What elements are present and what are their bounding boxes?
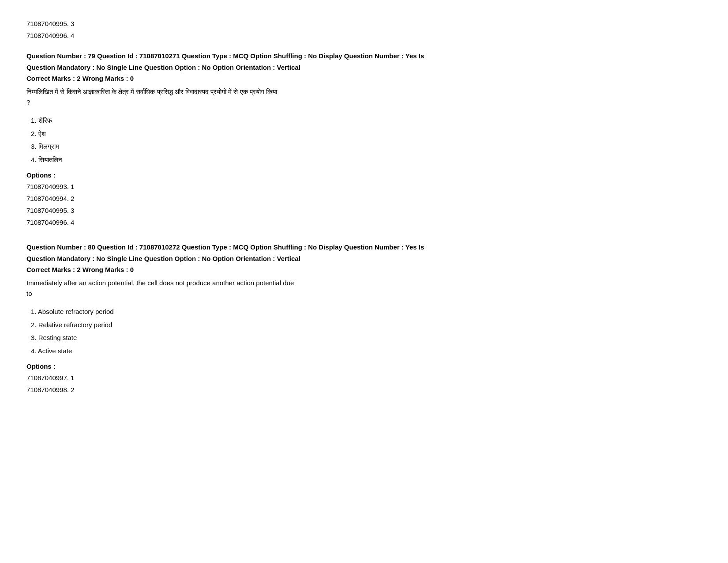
q79-answers: 1. शेरिफ 2. ऐश 3. मिलग्राम 4. सियातलिन bbox=[26, 115, 702, 165]
q80-text-line2: to bbox=[26, 288, 702, 299]
q79-question-text: निम्मलिखित में से किसने आज्ञाकारिता के क… bbox=[26, 87, 702, 108]
q80-options-label: Options : bbox=[26, 363, 702, 370]
q79-answer1: 1. शेरिफ bbox=[31, 115, 702, 126]
q80-answer1: 1. Absolute refractory period bbox=[31, 306, 702, 317]
q80-meta: Question Number : 80 Question Id : 71087… bbox=[26, 242, 702, 264]
q80-meta-line1: Question Number : 80 Question Id : 71087… bbox=[26, 242, 702, 253]
q79-marks: Correct Marks : 2 Wrong Marks : 0 bbox=[26, 75, 702, 82]
q79-opt4: 71087040996. 4 bbox=[26, 216, 702, 228]
q80-opt1: 71087040997. 1 bbox=[26, 372, 702, 384]
q80-answer3: 3. Resting state bbox=[31, 332, 702, 344]
q79-answer3: 3. मिलग्राम bbox=[31, 141, 702, 152]
q79-answer4: 4. सियातलिन bbox=[31, 154, 702, 166]
question-79-block: Question Number : 79 Question Id : 71087… bbox=[26, 50, 702, 228]
q79-meta-line2: Question Mandatory : No Single Line Ques… bbox=[26, 62, 702, 73]
q80-options-list: 71087040997. 1 71087040998. 2 bbox=[26, 372, 702, 396]
q79-text-line1: निम्मलिखित में से किसने आज्ञाकारिता के क… bbox=[26, 87, 702, 97]
q80-question-text: Immediately after an action potential, t… bbox=[26, 278, 702, 299]
q80-answer2: 2. Relative refractory period bbox=[31, 319, 702, 331]
q79-options-list: 71087040993. 1 71087040994. 2 7108704099… bbox=[26, 181, 702, 228]
q79-opt1: 71087040993. 1 bbox=[26, 181, 702, 193]
prev-opt4: 71087040996. 4 bbox=[26, 30, 702, 42]
q80-opt2: 71087040998. 2 bbox=[26, 384, 702, 396]
q80-text-line1: Immediately after an action potential, t… bbox=[26, 278, 702, 288]
q79-opt3: 71087040995. 3 bbox=[26, 204, 702, 216]
q80-meta-line2: Question Mandatory : No Single Line Ques… bbox=[26, 253, 702, 264]
q79-options-label: Options : bbox=[26, 171, 702, 179]
prev-question-options: 71087040995. 3 71087040996. 4 bbox=[26, 18, 702, 42]
q80-marks: Correct Marks : 2 Wrong Marks : 0 bbox=[26, 266, 702, 273]
q80-answers: 1. Absolute refractory period 2. Relativ… bbox=[26, 306, 702, 356]
q79-meta: Question Number : 79 Question Id : 71087… bbox=[26, 50, 702, 73]
q79-meta-line1: Question Number : 79 Question Id : 71087… bbox=[26, 50, 702, 62]
q80-answer4: 4. Active state bbox=[31, 345, 702, 357]
question-80-block: Question Number : 80 Question Id : 71087… bbox=[26, 242, 702, 396]
q79-text-line2: ? bbox=[26, 97, 702, 108]
q79-answer2: 2. ऐश bbox=[31, 128, 702, 140]
q79-opt2: 71087040994. 2 bbox=[26, 193, 702, 204]
prev-opt3: 71087040995. 3 bbox=[26, 18, 702, 30]
